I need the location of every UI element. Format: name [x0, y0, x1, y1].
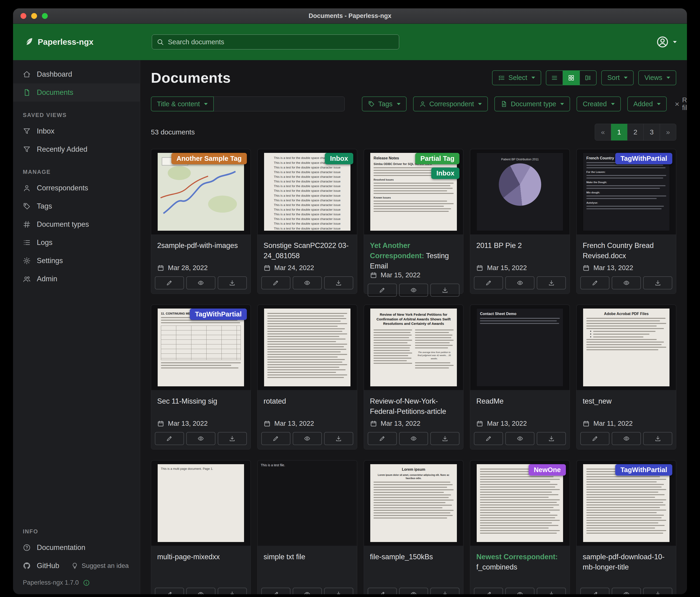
- edit-document-button[interactable]: [261, 432, 291, 445]
- document-thumbnail[interactable]: Review of New York Federal Petitions for…: [364, 305, 464, 390]
- document-type-filter-button[interactable]: Document type: [494, 96, 570, 111]
- download-document-button[interactable]: [324, 277, 353, 289]
- sidebar-item-documentation[interactable]: Documentation: [13, 539, 140, 557]
- document-title[interactable]: simple txt file: [264, 552, 351, 562]
- edit-document-button[interactable]: [474, 277, 503, 289]
- tag-badge[interactable]: Inbox: [431, 168, 459, 179]
- view-document-button[interactable]: [612, 277, 641, 289]
- select-button[interactable]: Select: [492, 70, 541, 85]
- tag-badge[interactable]: TagWithPartial: [615, 464, 672, 476]
- created-filter-button[interactable]: Created: [577, 96, 621, 111]
- document-title[interactable]: 2sample-pdf-with-images: [157, 240, 245, 251]
- document-thumbnail[interactable]: This is a multi page document. Page 1.: [151, 460, 251, 546]
- document-thumbnail[interactable]: Lorem ipsumLorem ipsum dolor sit amet, c…: [364, 460, 464, 546]
- edit-document-button[interactable]: [368, 432, 397, 445]
- download-document-button[interactable]: [324, 588, 353, 594]
- download-document-button[interactable]: [430, 284, 459, 296]
- document-title[interactable]: test_new: [583, 396, 670, 406]
- view-document-button[interactable]: [293, 432, 322, 445]
- edit-document-button[interactable]: [368, 284, 397, 296]
- tag-badge[interactable]: TagWithPartial: [190, 309, 247, 320]
- tags-filter-button[interactable]: Tags: [362, 96, 406, 111]
- edit-document-button[interactable]: [261, 277, 291, 289]
- sidebar-item-settings[interactable]: Settings: [13, 252, 140, 270]
- sidebar-item-inbox[interactable]: Inbox: [13, 122, 140, 140]
- view-document-button[interactable]: [505, 432, 534, 445]
- tag-badge[interactable]: TagWithPartial: [615, 153, 672, 164]
- sidebar-item-logs[interactable]: Logs: [13, 234, 140, 252]
- sidebar-item-github[interactable]: GitHub: [13, 557, 69, 575]
- sidebar-item-tags[interactable]: Tags: [13, 197, 140, 215]
- view-document-button[interactable]: [186, 588, 216, 594]
- added-filter-button[interactable]: Added: [627, 96, 667, 111]
- view-document-button[interactable]: [612, 588, 641, 594]
- document-thumbnail[interactable]: Contact Sheet Demo: [470, 305, 570, 390]
- view-grid-button[interactable]: [563, 70, 580, 85]
- view-document-button[interactable]: [505, 277, 534, 289]
- download-document-button[interactable]: [218, 588, 247, 594]
- edit-document-button[interactable]: [474, 588, 503, 594]
- tag-badge[interactable]: Partial Tag: [415, 153, 459, 164]
- pagination-next[interactable]: »: [660, 124, 676, 141]
- edit-document-button[interactable]: [580, 277, 609, 289]
- document-title[interactable]: rotated: [264, 396, 351, 406]
- download-document-button[interactable]: [324, 432, 353, 445]
- info-circle-icon[interactable]: [83, 579, 90, 586]
- pagination-prev[interactable]: «: [595, 124, 611, 141]
- download-document-button[interactable]: [218, 432, 247, 445]
- view-document-button[interactable]: [399, 284, 428, 296]
- download-document-button[interactable]: [430, 588, 459, 594]
- sidebar-item-dashboard[interactable]: Dashboard: [13, 65, 140, 83]
- brand[interactable]: Paperless-ngx: [23, 37, 152, 47]
- views-button[interactable]: Views: [638, 70, 676, 85]
- sort-button[interactable]: Sort: [601, 70, 634, 85]
- document-thumbnail[interactable]: This is a test for the double space char…: [257, 149, 357, 234]
- view-document-button[interactable]: [612, 432, 641, 445]
- edit-document-button[interactable]: [474, 432, 503, 445]
- document-thumbnail[interactable]: Adobe Acrobat PDF Files: [577, 305, 676, 390]
- document-thumbnail[interactable]: 11. CONTINUING MEDICAL EDUCATagWithParti…: [151, 305, 251, 390]
- document-thumbnail[interactable]: Another Sample Tag: [151, 149, 251, 234]
- document-title[interactable]: Sec 11-Missing sig: [157, 396, 245, 406]
- close-button[interactable]: [21, 13, 26, 19]
- search-input[interactable]: [152, 34, 399, 49]
- download-document-button[interactable]: [537, 588, 566, 594]
- document-title[interactable]: 2011 BP Pie 2: [476, 240, 564, 251]
- document-thumbnail[interactable]: TagWithPartial: [577, 460, 676, 546]
- sidebar-item-correspondents[interactable]: Correspondents: [13, 179, 140, 197]
- reset-filters-button[interactable]: × Reset filters: [675, 96, 687, 112]
- title-content-dropdown[interactable]: Title & content: [151, 96, 214, 111]
- view-document-button[interactable]: [186, 277, 216, 289]
- document-title[interactable]: Newest Correspondent: f_combineds: [476, 552, 564, 572]
- sidebar-item-suggest-an-idea[interactable]: Suggest an idea: [69, 557, 138, 575]
- edit-document-button[interactable]: [580, 588, 609, 594]
- sidebar-item-recently-added[interactable]: Recently Added: [13, 140, 140, 159]
- view-detail-button[interactable]: [580, 70, 597, 85]
- download-document-button[interactable]: [643, 277, 672, 289]
- document-title[interactable]: French Country Bread Revised.docx: [583, 240, 670, 261]
- download-document-button[interactable]: [218, 277, 247, 289]
- sidebar-item-admin[interactable]: Admin: [13, 270, 140, 288]
- edit-document-button[interactable]: [155, 432, 184, 445]
- document-title[interactable]: ReadMe: [476, 396, 564, 406]
- document-title[interactable]: Review-of-New-York-Federal-Petitions-art…: [370, 396, 457, 416]
- correspondent-filter-button[interactable]: Correspondent: [413, 96, 488, 111]
- download-document-button[interactable]: [537, 277, 566, 289]
- view-document-button[interactable]: [399, 588, 428, 594]
- download-document-button[interactable]: [643, 588, 672, 594]
- download-document-button[interactable]: [537, 432, 566, 445]
- document-title[interactable]: Sonstige ScanPC2022 03-24_081058: [264, 240, 351, 261]
- download-document-button[interactable]: [643, 432, 672, 445]
- view-document-button[interactable]: [293, 277, 322, 289]
- edit-document-button[interactable]: [580, 432, 609, 445]
- edit-document-button[interactable]: [155, 588, 184, 594]
- view-list-button[interactable]: [546, 70, 563, 85]
- view-document-button[interactable]: [293, 588, 322, 594]
- download-document-button[interactable]: [430, 432, 459, 445]
- user-menu[interactable]: [656, 35, 677, 48]
- edit-document-button[interactable]: [368, 588, 397, 594]
- title-content-input[interactable]: [214, 96, 345, 111]
- document-thumbnail[interactable]: Patient BP Distribution 2011: [470, 149, 570, 234]
- sidebar-item-document-types[interactable]: Document types: [13, 215, 140, 234]
- document-thumbnail[interactable]: [257, 305, 357, 390]
